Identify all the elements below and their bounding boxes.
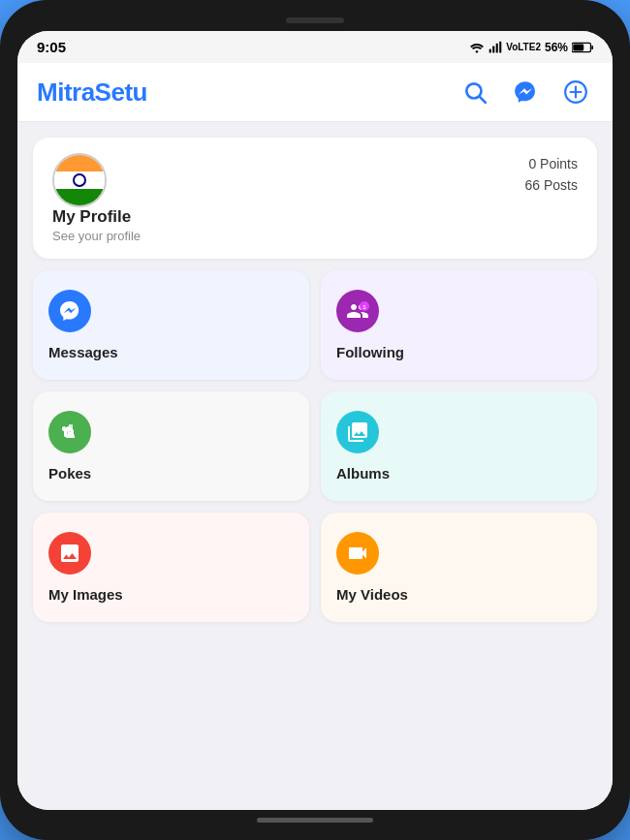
profile-points: 0 Points: [525, 153, 578, 174]
lte-label: VoLTE2: [506, 42, 541, 52]
svg-rect-5: [591, 45, 593, 48]
pokes-card[interactable]: Pokes: [33, 391, 309, 501]
flag-stripe-white: [54, 171, 105, 188]
albums-card[interactable]: Albums: [321, 391, 597, 501]
status-time: 9:05: [37, 39, 66, 55]
following-icon-wrap: 1: [336, 290, 379, 332]
wifi-icon: [469, 41, 485, 54]
status-icons: VoLTE2 56%: [469, 41, 593, 54]
profile-name: My Profile: [52, 207, 131, 227]
following-card[interactable]: 1 Following: [321, 270, 597, 380]
pokes-icon: [58, 420, 81, 444]
following-label: Following: [336, 344, 404, 360]
add-icon: [563, 79, 588, 105]
profile-avatar: [52, 153, 107, 207]
svg-rect-3: [499, 41, 501, 52]
messages-icon-wrap: [48, 290, 91, 332]
messenger-header-icon: [513, 79, 538, 105]
albums-icon: [346, 420, 369, 444]
svg-rect-2: [496, 43, 498, 52]
svg-rect-16: [71, 429, 74, 437]
profile-card[interactable]: My Profile See your profile 0 Points 66 …: [33, 138, 597, 259]
main-content: My Profile See your profile 0 Points 66 …: [17, 122, 613, 810]
messenger-button[interactable]: [508, 75, 543, 109]
following-icon: 1: [346, 299, 369, 323]
ashoka-chakra: [73, 173, 86, 187]
device-notch: [286, 17, 344, 23]
search-button[interactable]: [457, 75, 492, 109]
app-logo: MitraSetu: [37, 78, 147, 108]
svg-rect-1: [492, 46, 494, 52]
pokes-icon-wrap: [48, 411, 91, 453]
screen: 9:05 VoLTE2 56%: [17, 31, 613, 810]
messages-label: Messages: [48, 344, 118, 360]
videos-card[interactable]: My Videos: [321, 513, 597, 622]
svg-rect-0: [489, 48, 491, 52]
messages-card[interactable]: Messages: [33, 270, 309, 380]
svg-line-8: [480, 97, 486, 103]
images-label: My Images: [48, 586, 123, 603]
profile-stats: 0 Points 66 Posts: [525, 153, 578, 197]
images-icon-wrap: [48, 532, 91, 575]
add-button[interactable]: [558, 75, 593, 109]
app-header: MitraSetu: [17, 63, 613, 122]
menu-row-2: Pokes Albums: [33, 391, 597, 501]
status-bar: 9:05 VoLTE2 56%: [17, 31, 613, 63]
pokes-label: Pokes: [48, 465, 91, 482]
flag-stripe-orange: [54, 155, 105, 171]
signal-icon: [488, 41, 502, 54]
albums-icon-wrap: [336, 411, 379, 453]
albums-label: Albums: [336, 465, 390, 482]
profile-subtitle: See your profile: [52, 229, 141, 243]
menu-row-1: Messages 1 Following: [33, 270, 597, 380]
messages-icon: [58, 299, 81, 323]
profile-posts: 66 Posts: [525, 174, 578, 196]
flag-stripe-green: [54, 189, 105, 205]
battery-icon: [572, 42, 593, 53]
battery-percent: 56%: [545, 41, 568, 54]
profile-left: My Profile See your profile: [52, 153, 141, 243]
videos-icon: [346, 542, 369, 565]
videos-label: My Videos: [336, 586, 408, 603]
device-frame: 9:05 VoLTE2 56%: [0, 0, 630, 840]
menu-row-3: My Images My Videos: [33, 513, 597, 622]
svg-rect-6: [573, 44, 583, 50]
images-card[interactable]: My Images: [33, 513, 309, 622]
home-bar: [257, 818, 373, 823]
videos-icon-wrap: [336, 532, 379, 575]
svg-rect-14: [64, 430, 67, 437]
header-actions: [457, 75, 593, 109]
search-icon: [462, 79, 488, 105]
images-icon: [58, 542, 81, 565]
svg-rect-15: [68, 428, 71, 437]
